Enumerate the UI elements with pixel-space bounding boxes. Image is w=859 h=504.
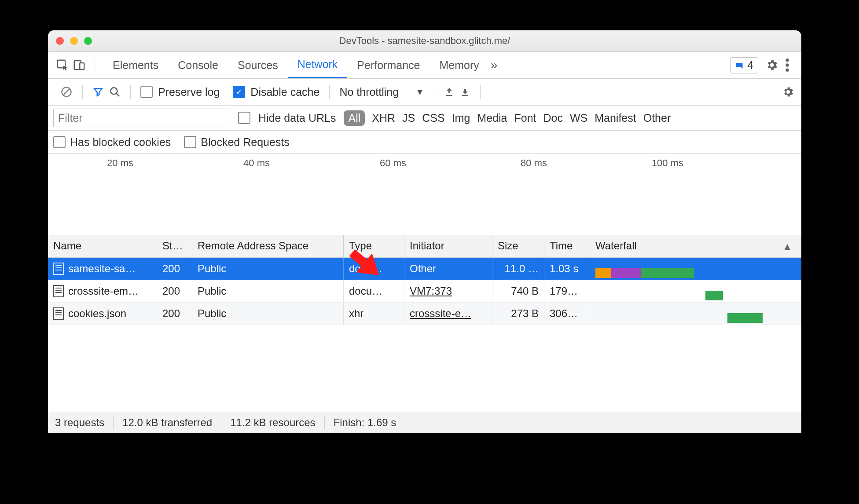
cell: 1.03 s [544, 258, 590, 280]
minimize-window-button[interactable] [70, 37, 78, 45]
disable-cache-checkbox[interactable]: ✓ [233, 86, 245, 98]
svg-rect-11 [462, 95, 468, 96]
column-header[interactable]: Size [492, 235, 544, 257]
waterfall-cell [590, 303, 801, 325]
cell: cookies.json [48, 303, 157, 325]
column-header[interactable]: Waterfall▲ [590, 235, 801, 257]
blocked-requests-label: Blocked Requests [201, 136, 290, 149]
waterfall-bar [611, 268, 641, 278]
inspect-element-icon[interactable] [56, 58, 69, 72]
svg-line-7 [63, 89, 70, 95]
waterfall-cell [590, 280, 801, 302]
request-name: samesite-sa… [68, 263, 136, 275]
cell: Public [192, 258, 344, 280]
ruler-tick: 100 ms [652, 157, 686, 169]
console-issues-chip[interactable]: 4 [730, 57, 758, 73]
waterfall-cell [590, 258, 801, 280]
overview-timeline[interactable]: 20 ms40 ms60 ms80 ms100 ms [48, 154, 801, 235]
table-row[interactable]: samesite-sa…200Publicdocu…Other11.0 …1.0… [48, 258, 801, 280]
status-bar: 3 requests 12.0 kB transferred 11.2 kB r… [48, 412, 801, 433]
tab-memory[interactable]: Memory [430, 52, 488, 78]
column-header[interactable]: Initiator [404, 235, 492, 257]
maximize-window-button[interactable] [84, 37, 92, 45]
download-har-icon[interactable] [460, 86, 470, 98]
filter-icon[interactable] [92, 86, 104, 98]
status-transferred: 12.0 kB transferred [122, 416, 212, 429]
filter-type-ws[interactable]: WS [570, 112, 587, 124]
cell: crosssite-em… [48, 280, 157, 302]
window-title: DevTools - samesite-sandbox.glitch.me/ [48, 35, 801, 47]
has-blocked-cookies-checkbox[interactable] [53, 136, 66, 148]
console-issues-count: 4 [747, 59, 753, 72]
devtools-window: DevTools - samesite-sandbox.glitch.me/ E… [48, 30, 801, 433]
status-finish: Finish: 1.69 s [334, 416, 396, 429]
request-name: crosssite-em… [68, 285, 139, 297]
cell: 740 B [492, 280, 544, 302]
cell: docu… [344, 258, 404, 280]
tab-sources[interactable]: Sources [228, 52, 288, 78]
traffic-lights [56, 37, 92, 45]
tab-console[interactable]: Console [168, 52, 228, 78]
sort-arrow-icon: ▲ [782, 241, 793, 253]
preserve-log-checkbox[interactable] [140, 86, 153, 98]
column-header[interactable]: Type [344, 235, 404, 257]
request-name: cookies.json [68, 307, 126, 320]
column-header[interactable]: St… [157, 235, 192, 257]
hide-data-urls-checkbox[interactable] [238, 112, 250, 124]
filter-type-font[interactable]: Font [514, 112, 536, 124]
close-window-button[interactable] [56, 37, 64, 45]
initiator-link[interactable]: VM7:373 [410, 285, 452, 297]
filter-type-manifest[interactable]: Manifest [595, 112, 636, 124]
hide-data-urls-label: Hide data URLs [258, 112, 336, 124]
ruler-tick: 80 ms [521, 157, 550, 169]
throttling-select[interactable]: No throttling ▼ [339, 86, 424, 99]
cell: docu… [344, 280, 404, 302]
svg-line-9 [116, 93, 119, 96]
tab-elements[interactable]: Elements [103, 52, 168, 78]
tab-performance[interactable]: Performance [347, 52, 430, 78]
dropdown-arrow-icon: ▼ [415, 87, 424, 97]
filter-input[interactable]: Filter [53, 109, 230, 127]
tab-network[interactable]: Network [288, 52, 348, 78]
devtools-tabstrip: ElementsConsoleSourcesNetworkPerformance… [48, 52, 801, 79]
settings-gear-icon[interactable] [765, 58, 778, 72]
table-row[interactable]: crosssite-em…200Publicdocu…VM7:373740 B1… [48, 280, 801, 303]
cell: 273 B [492, 303, 544, 325]
cell: 11.0 … [492, 258, 544, 280]
cell: 200 [157, 303, 192, 325]
upload-har-icon[interactable] [444, 86, 455, 98]
initiator-link[interactable]: crosssite-e… [410, 307, 471, 320]
filter-type-js[interactable]: JS [402, 112, 415, 124]
filter-type-doc[interactable]: Doc [543, 112, 562, 124]
waterfall-bar [595, 268, 611, 278]
filter-type-all[interactable]: All [344, 110, 365, 126]
blocked-requests-checkbox[interactable] [184, 136, 196, 148]
empty-rows-area [48, 325, 801, 412]
cell: 306… [544, 303, 590, 325]
search-icon[interactable] [109, 86, 121, 98]
ruler-tick: 40 ms [243, 157, 272, 169]
cell: Public [192, 303, 344, 325]
clear-button[interactable] [60, 86, 73, 98]
ruler-tick: 20 ms [107, 157, 136, 169]
cell: Other [404, 258, 492, 280]
network-settings-gear-icon[interactable] [782, 86, 794, 98]
filter-type-img[interactable]: Img [452, 112, 470, 124]
filter-type-media[interactable]: Media [477, 112, 507, 124]
filter-type-other[interactable]: Other [643, 112, 671, 124]
divider [95, 58, 95, 72]
waterfall-bar [727, 313, 763, 323]
kebab-menu-icon[interactable] [786, 58, 789, 72]
throttling-value: No throttling [339, 86, 399, 99]
table-row[interactable]: cookies.json200Publicxhrcrosssite-e…273 … [48, 303, 801, 325]
filter-type-xhr[interactable]: XHR [372, 112, 395, 124]
cell: 200 [157, 258, 192, 280]
status-resources: 11.2 kB resources [230, 416, 315, 429]
preserve-log-label: Preserve log [158, 86, 220, 99]
filter-type-css[interactable]: CSS [422, 112, 444, 124]
more-tabs-button[interactable]: » [491, 58, 498, 72]
column-header[interactable]: Name [48, 235, 157, 257]
column-header[interactable]: Time [544, 235, 590, 257]
device-toolbar-icon[interactable] [73, 58, 86, 72]
column-header[interactable]: Remote Address Space [192, 235, 344, 257]
